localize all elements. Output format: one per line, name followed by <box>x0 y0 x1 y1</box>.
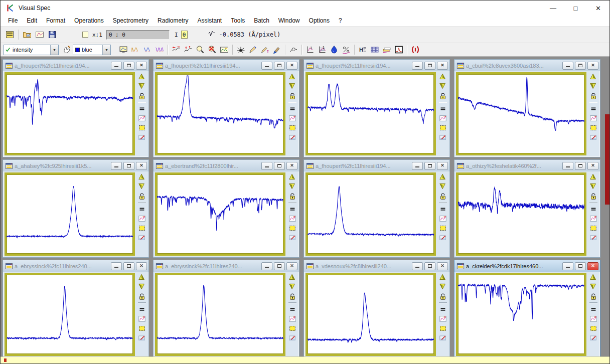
arrow-up-icon[interactable] <box>287 173 297 181</box>
arrow-up-icon[interactable] <box>287 273 297 282</box>
window-close-button[interactable]: ✕ <box>437 262 448 270</box>
equals-icon[interactable] <box>588 104 598 113</box>
select-area-icon[interactable] <box>287 224 297 232</box>
arrow-down-icon[interactable] <box>137 183 147 191</box>
arrow-up-icon[interactable] <box>137 173 147 181</box>
pen-up-icon[interactable] <box>259 44 271 55</box>
equals-icon[interactable] <box>287 104 297 113</box>
arrow-up-icon[interactable] <box>588 173 598 181</box>
chart-g-icon[interactable]: c <box>588 314 598 323</box>
pen-icon[interactable] <box>247 44 259 55</box>
spectrum-window-titlebar[interactable]: a_vdesnoux%2fc8lhiresiii240... ✕ <box>304 260 449 272</box>
spectrum-window-titlebar[interactable]: a_ebertrand%2fc11f2800lhir... ✕ <box>154 160 299 171</box>
menu-radiometry[interactable]: Radiometry <box>153 16 193 26</box>
window-restore-button[interactable] <box>274 62 285 70</box>
curve-up-icon[interactable] <box>182 44 194 55</box>
window-close-button[interactable]: ✕ <box>437 162 448 170</box>
equals-icon[interactable] <box>438 305 448 313</box>
chart-g-icon[interactable]: c <box>588 114 598 122</box>
profile-a-icon[interactable] <box>129 44 141 55</box>
maximize-button[interactable]: □ <box>564 1 587 16</box>
spectrum-window-titlebar[interactable]: a_fhoupert%2fc11lhiresiii194... ✕ <box>3 60 148 71</box>
window-close-button[interactable]: ✕ <box>587 62 598 70</box>
window-minimize-button[interactable] <box>412 162 423 170</box>
spectrum-plot[interactable] <box>155 273 285 356</box>
window-minimize-button[interactable] <box>412 262 423 270</box>
spectrum-plot[interactable] <box>155 172 285 256</box>
arrow-up-icon[interactable] <box>137 273 147 282</box>
window-restore-button[interactable] <box>575 62 586 70</box>
arrow-down-icon[interactable] <box>438 183 448 191</box>
curve-arrows-icon[interactable] <box>170 44 182 55</box>
padlock-icon[interactable] <box>137 292 147 301</box>
equals-icon[interactable] <box>588 205 598 213</box>
save-icon[interactable] <box>46 29 58 41</box>
brush-icon[interactable] <box>271 44 283 55</box>
pin-icon[interactable] <box>137 233 147 242</box>
layer-chart-icon[interactable] <box>381 44 393 55</box>
chart-g-icon[interactable]: c <box>137 214 147 223</box>
window-minimize-button[interactable] <box>111 62 122 70</box>
spectrum-window-titlebar[interactable]: a_fhoupert%2fc11lhiresiii194... ✕ <box>154 60 299 71</box>
percent-icon[interactable] <box>340 44 352 55</box>
profiles-stack-icon[interactable] <box>4 29 16 41</box>
window-minimize-button[interactable] <box>111 162 122 170</box>
arrow-up-icon[interactable] <box>588 273 598 282</box>
pin-icon[interactable] <box>137 333 147 342</box>
spectrum-window-titlebar[interactable]: a_othizy%2feshelatik460%2f... ✕ <box>454 160 600 171</box>
menu-window[interactable]: Window <box>274 16 304 26</box>
chart-g-icon[interactable]: c <box>588 214 598 223</box>
menu-edit[interactable]: Edit <box>22 16 42 26</box>
periodic-table-icon[interactable] <box>369 44 381 55</box>
spectrum-plot[interactable] <box>456 172 586 256</box>
close-button[interactable]: ✕ <box>587 1 609 16</box>
hand-pen-icon[interactable] <box>61 44 73 55</box>
peak-box-icon[interactable] <box>393 44 405 55</box>
spectrum-plot[interactable] <box>5 72 135 155</box>
equals-icon[interactable] <box>287 305 297 313</box>
spectrum-window-titlebar[interactable]: a_ebryssinck%2fc11lhires240... ✕ <box>3 260 148 272</box>
window-close-button[interactable]: ✕ <box>136 262 147 270</box>
padlock-icon[interactable] <box>137 192 147 201</box>
window-minimize-button[interactable] <box>562 62 573 70</box>
chart-g-icon[interactable]: c <box>438 114 448 122</box>
pin-icon[interactable] <box>137 133 147 141</box>
window-minimize-button[interactable] <box>562 262 573 270</box>
padlock-icon[interactable] <box>438 92 448 100</box>
select-area-icon[interactable] <box>137 224 147 232</box>
equals-icon[interactable] <box>287 205 297 213</box>
select-area-icon[interactable] <box>438 224 448 232</box>
arrow-up-icon[interactable] <box>438 173 448 181</box>
window-restore-button[interactable] <box>274 262 285 270</box>
spectrum-window-titlebar[interactable]: a_cbuil%2fc8uvex3600asi183... ✕ <box>454 60 600 71</box>
spectrum-plot[interactable] <box>306 172 436 256</box>
chart-g-icon[interactable]: c <box>438 214 448 223</box>
padlock-icon[interactable] <box>287 192 297 201</box>
arrow-down-icon[interactable] <box>137 283 147 291</box>
menu-file[interactable]: File <box>4 16 22 26</box>
arrow-down-icon[interactable] <box>438 283 448 291</box>
select-area-icon[interactable] <box>137 324 147 332</box>
select-area-icon[interactable] <box>137 123 147 132</box>
menu-format[interactable]: Format <box>42 16 70 26</box>
menu-options[interactable]: Options <box>304 16 334 26</box>
window-close-button[interactable]: ✕ <box>437 62 448 70</box>
arrow-down-icon[interactable] <box>287 283 297 291</box>
spectrum-plot[interactable] <box>306 273 436 356</box>
spider-icon[interactable] <box>235 44 247 55</box>
display-icon[interactable] <box>117 44 129 55</box>
spectrum-plot[interactable] <box>5 273 135 356</box>
menu-operations[interactable]: Operations <box>70 16 108 26</box>
zoom-icon[interactable] <box>194 44 206 55</box>
app-titlebar[interactable]: Visual Spec — □ ✕ <box>1 1 609 16</box>
pin-icon[interactable] <box>588 133 598 141</box>
color-selector[interactable]: blue ▼ <box>73 45 111 55</box>
chart-g-icon[interactable]: c <box>287 114 297 122</box>
chart-lines-icon[interactable]: 1 <box>316 44 328 55</box>
window-restore-button[interactable] <box>123 162 134 170</box>
menu-help[interactable]: ? <box>334 16 347 26</box>
pin-icon[interactable] <box>438 133 448 141</box>
window-minimize-button[interactable] <box>261 162 272 170</box>
window-restore-button[interactable] <box>274 162 285 170</box>
select-area-icon[interactable] <box>287 324 297 332</box>
